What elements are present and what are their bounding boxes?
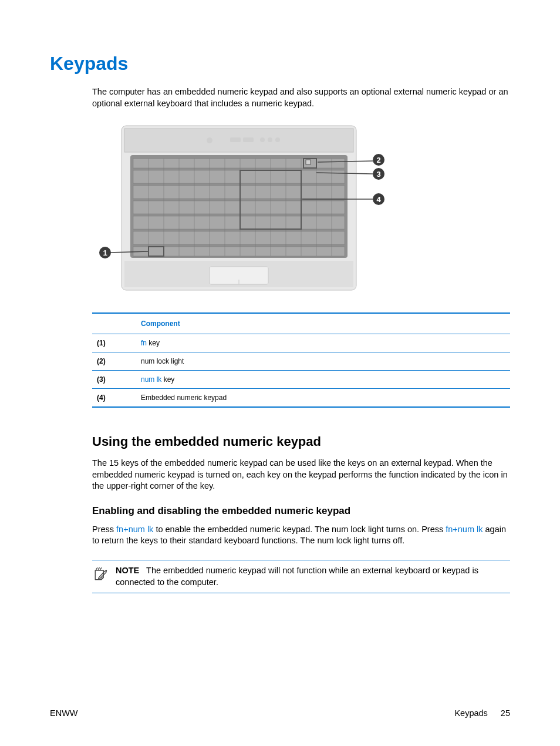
- table-cell-num: (2): [92, 352, 136, 371]
- svg-rect-7: [243, 137, 254, 142]
- table-cell-num: (1): [92, 334, 136, 352]
- svg-rect-18: [133, 247, 345, 256]
- svg-rect-17: [133, 231, 345, 244]
- note-icon: [92, 566, 109, 583]
- footer-section-label: Keypads: [454, 708, 487, 718]
- svg-rect-6: [230, 137, 241, 142]
- table-cell-component: num lock light: [136, 352, 510, 371]
- intro-paragraph: The computer has an embedded numeric key…: [92, 86, 510, 109]
- subsection-heading: Enabling and disabling the embedded nume…: [92, 505, 510, 517]
- table-header-component: Component: [136, 313, 510, 334]
- table-row: (1) fn key: [92, 334, 510, 352]
- keypad-figure: 1 2 3 4: [92, 120, 510, 296]
- component-table: Component (1) fn key (2) num lock light …: [92, 312, 510, 408]
- svg-rect-16: [133, 216, 345, 229]
- svg-text:3: 3: [376, 170, 380, 179]
- table-row: (2) num lock light: [92, 352, 510, 371]
- laptop-keyboard-illustration: 1 2 3 4: [92, 120, 400, 296]
- table-cell-num: (3): [92, 371, 136, 389]
- section-heading: Using the embedded numeric keypad: [92, 434, 510, 449]
- note-text: NOTE The embedded numeric keypad will no…: [116, 565, 510, 588]
- table-cell-component: Embedded numeric keypad: [136, 389, 510, 408]
- table-row: (4) Embedded numeric keypad: [92, 389, 510, 408]
- note-box: NOTE The embedded numeric keypad will no…: [92, 560, 510, 593]
- svg-text:4: 4: [376, 195, 381, 204]
- page-title: Keypads: [50, 53, 510, 75]
- body-paragraph: The 15 keys of the embedded numeric keyp…: [92, 458, 510, 492]
- svg-point-9: [268, 137, 272, 142]
- table-cell-component: num lk key: [136, 371, 510, 389]
- svg-text:2: 2: [376, 156, 380, 164]
- svg-rect-14: [133, 186, 345, 199]
- footer-page-number: 25: [501, 708, 510, 718]
- svg-point-8: [260, 137, 265, 142]
- page-footer: ENWW Keypads 25: [50, 708, 510, 718]
- svg-rect-12: [133, 159, 345, 168]
- svg-point-10: [275, 137, 280, 142]
- svg-rect-15: [133, 201, 345, 214]
- table-row: (3) num lk key: [92, 371, 510, 389]
- table-cell-component: fn key: [136, 334, 510, 352]
- table-header-blank: [92, 313, 136, 334]
- svg-point-5: [207, 137, 212, 143]
- body-paragraph: Press fn+num lk to enable the embedded n…: [92, 524, 510, 547]
- svg-rect-35: [306, 160, 311, 164]
- svg-text:1: 1: [103, 248, 107, 257]
- footer-left: ENWW: [50, 708, 78, 718]
- note-label: NOTE: [116, 566, 139, 575]
- svg-rect-13: [133, 170, 345, 183]
- table-cell-num: (4): [92, 389, 136, 408]
